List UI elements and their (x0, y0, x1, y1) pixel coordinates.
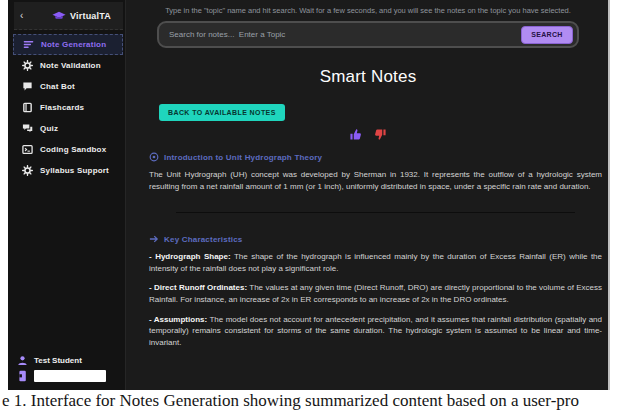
sidebar-item-coding-sandbox[interactable]: Coding Sandbox (13, 139, 123, 160)
section-heading-key-characteristics[interactable]: Key Characteristics (149, 234, 602, 244)
brand-logo: VirtualTA (52, 11, 111, 21)
quiz-icon (22, 123, 33, 134)
gear-icon (22, 60, 33, 71)
virtualta-app-screenshot: ‹ VirtualTA Note Generation (8, 0, 610, 390)
sidebar-item-label: Syllabus Support (40, 166, 109, 175)
gear-icon (22, 165, 33, 176)
section-divider (176, 212, 575, 213)
sidebar-header: ‹ VirtualTA (14, 2, 123, 30)
bullet-text: The model does not account for anteceden… (149, 315, 602, 347)
code-icon (22, 144, 33, 155)
sidebar-item-label: Quiz (40, 124, 58, 133)
bullet-direct-runoff-ordinates: - Direct Runoff Ordinates: The values at… (149, 282, 602, 305)
section-heading-introduction[interactable]: Introduction to Unit Hydrograph Theory (149, 152, 602, 162)
figure-page: ‹ VirtualTA Note Generation (0, 0, 640, 412)
main-panel: Type in the "topic" name and hit search.… (125, 0, 610, 390)
user-icon (17, 355, 28, 366)
user-field-row (13, 368, 123, 384)
section-heading-label: Key Characteristics (164, 235, 243, 244)
user-row: Test Student (13, 352, 123, 368)
bullet-term: - Assumptions: (149, 315, 207, 324)
back-to-available-notes-button[interactable]: BACK TO AVAILABLE NOTES (159, 104, 285, 121)
section-heading-label: Introduction to Unit Hydrograph Theory (164, 153, 322, 162)
search-instruction-text: Type in the "topic" name and hit search.… (126, 6, 610, 15)
sidebar-item-label: Note Validation (40, 61, 101, 70)
user-name: Test Student (34, 356, 82, 365)
thumbs-down-icon[interactable] (374, 128, 387, 141)
id-badge-icon (17, 370, 28, 382)
thumbs-up-icon[interactable] (349, 128, 362, 141)
graduation-cap-icon (52, 11, 66, 21)
app-title: VirtualTA (70, 11, 111, 21)
scrollbar[interactable] (608, 0, 610, 390)
sidebar-item-label: Note Generation (41, 40, 106, 49)
bullet-term: - Direct Runoff Ordinates: (149, 283, 247, 292)
flashcards-icon (22, 102, 33, 113)
menu-icon (23, 39, 34, 50)
user-id-field[interactable] (34, 370, 106, 382)
sidebar-item-note-validation[interactable]: Note Validation (13, 55, 123, 76)
bullet-hydrograph-shape: - Hydrograph Shape: The shape of the hyd… (149, 251, 602, 274)
sidebar-nav: Note Generation Note Validation (8, 34, 125, 181)
feedback-buttons (126, 128, 610, 141)
bullet-term: - Hydrograph Shape: (149, 252, 231, 261)
sidebar-item-flashcards[interactable]: Flashcards (13, 97, 123, 118)
sidebar-item-quiz[interactable]: Quiz (13, 118, 123, 139)
sidebar-item-label: Chat Bot (40, 82, 75, 91)
sidebar-item-syllabus-support[interactable]: Syllabus Support (13, 160, 123, 181)
arrow-right-icon (149, 234, 159, 244)
search-input[interactable] (169, 30, 521, 39)
sidebar-user-section: Test Student (13, 352, 123, 384)
target-icon (149, 152, 159, 162)
page-title: Smart Notes (126, 67, 610, 87)
chat-icon (22, 81, 33, 92)
sidebar-item-note-generation[interactable]: Note Generation (13, 34, 123, 55)
sidebar-item-label: Flashcards (40, 103, 84, 112)
bullet-assumptions: - Assumptions: The model does not accoun… (149, 314, 602, 349)
collapse-sidebar-chevron-icon[interactable]: ‹ (20, 11, 34, 21)
figure-caption: e 1. Interface for Notes Generation show… (2, 391, 640, 411)
sidebar-item-chat-bot[interactable]: Chat Bot (13, 76, 123, 97)
section-body: The Unit Hydrograph (UH) concept was dev… (149, 169, 602, 192)
notes-content: Introduction to Unit Hydrograph Theory T… (149, 152, 602, 356)
search-bar: SEARCH (157, 21, 579, 48)
search-button[interactable]: SEARCH (521, 26, 573, 44)
sidebar: ‹ VirtualTA Note Generation (8, 0, 125, 390)
sidebar-item-label: Coding Sandbox (40, 145, 106, 154)
